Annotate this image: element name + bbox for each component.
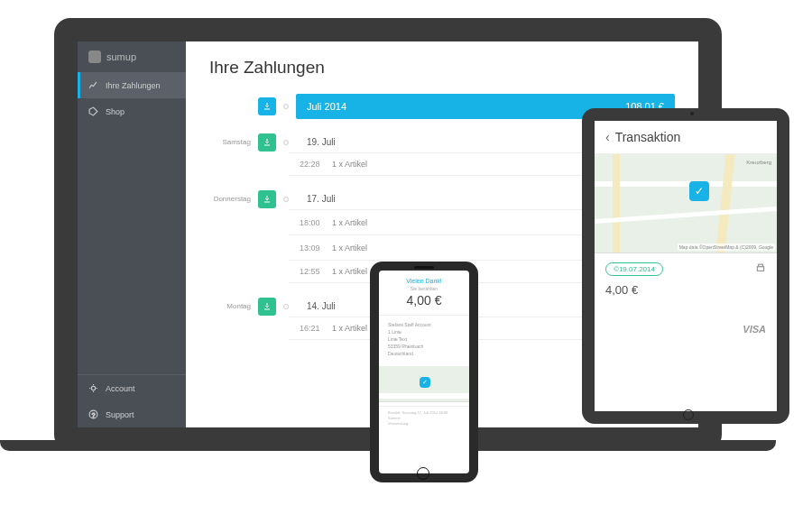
- tablet-header: ‹ Transaktion: [595, 121, 777, 154]
- timeline-dot-icon: [283, 197, 289, 202]
- sidebar-label: Account: [106, 384, 135, 393]
- weekday-label: Montag: [206, 302, 251, 310]
- page-title: Ihre Zahlungen: [209, 58, 675, 78]
- sidebar-item-support[interactable]: ? Support: [78, 401, 186, 427]
- sidebar-label: Ihre Zahlungen: [106, 81, 161, 90]
- sidebar-label: Shop: [106, 107, 125, 116]
- weekday-label: Donnerstag: [206, 195, 251, 203]
- logo-mark-icon: [88, 50, 101, 63]
- tx-time: 18:00: [300, 218, 332, 227]
- tablet-camera-icon: [690, 112, 694, 115]
- brand-logo[interactable]: sumup: [78, 41, 186, 72]
- tablet-home-button[interactable]: [683, 409, 694, 420]
- svg-rect-6: [759, 264, 763, 266]
- brand-name: sumup: [106, 51, 136, 62]
- tx-time: 22:28: [300, 160, 332, 169]
- sidebar-item-account[interactable]: Account: [78, 375, 186, 401]
- sidebar-label: Support: [106, 410, 134, 419]
- tag-icon: [88, 106, 98, 116]
- back-icon[interactable]: ‹: [605, 130, 610, 144]
- phone-home-button[interactable]: [417, 467, 429, 480]
- sidebar-item-shop[interactable]: Shop: [78, 98, 186, 124]
- tx-time: 13:09: [300, 243, 332, 252]
- sidebar: sumup Ihre Zahlungen Shop: [78, 41, 186, 427]
- svg-text:?: ?: [92, 412, 96, 418]
- gear-icon: [88, 383, 98, 393]
- district-label: Kreuzberg: [746, 160, 771, 165]
- tx-time: 16:21: [300, 324, 332, 333]
- receipt-map[interactable]: ✓: [379, 366, 469, 402]
- day-date: 14. Juli: [296, 296, 336, 317]
- download-button[interactable]: [258, 190, 276, 208]
- map-pin-icon: ✓: [420, 377, 430, 388]
- merchant-details: Stefans Staff Account 1 Linie Linie Text…: [379, 316, 469, 363]
- receipt-amount: 4,00 €: [379, 291, 469, 316]
- timeline-dot-icon: [283, 140, 289, 145]
- weekday-label: Samstag: [206, 138, 251, 146]
- card-brand: VISA: [605, 324, 766, 335]
- svg-rect-5: [757, 266, 763, 271]
- receipt-thanks: Vielen Dank!: [379, 271, 469, 286]
- download-button[interactable]: [258, 298, 276, 316]
- map-attribution: Map data ©OpenStreetMap & (C)2009, Googl…: [678, 243, 775, 251]
- day-date: 17. Juli: [296, 188, 336, 209]
- chart-icon: [88, 80, 98, 90]
- tx-desc: 1 x Artikel: [332, 243, 619, 252]
- timeline-dot-icon: [283, 304, 289, 309]
- period-label: Juli 2014: [307, 101, 346, 112]
- phone-speaker-icon: [414, 266, 434, 269]
- tx-time: 12:55: [300, 267, 332, 276]
- help-icon: ?: [88, 409, 98, 419]
- day-date: 19. Juli: [296, 132, 336, 152]
- phone-screen: Vielen Dank! Sie bezahlten 4,00 € Stefan…: [370, 262, 478, 482]
- tablet-screen: ‹ Transaktion Kreuzberg ✓ Map data ©Open…: [582, 108, 789, 424]
- map-pin-icon: ✓: [689, 181, 709, 201]
- svg-point-0: [91, 386, 95, 390]
- map-view[interactable]: Kreuzberg ✓ Map data ©OpenStreetMap & (C…: [595, 154, 777, 253]
- timeline-dot-icon: [283, 104, 289, 109]
- download-button[interactable]: [258, 97, 276, 115]
- tablet-title: Transaktion: [615, 130, 681, 144]
- sidebar-item-payments[interactable]: Ihre Zahlungen: [78, 72, 186, 98]
- tx-desc: 1 x Artikel: [332, 218, 619, 227]
- print-icon[interactable]: [755, 263, 766, 276]
- download-button[interactable]: [258, 133, 276, 152]
- date-pill: ©19.07.2014: [605, 262, 663, 276]
- transaction-amount: 4,00 €: [605, 283, 638, 297]
